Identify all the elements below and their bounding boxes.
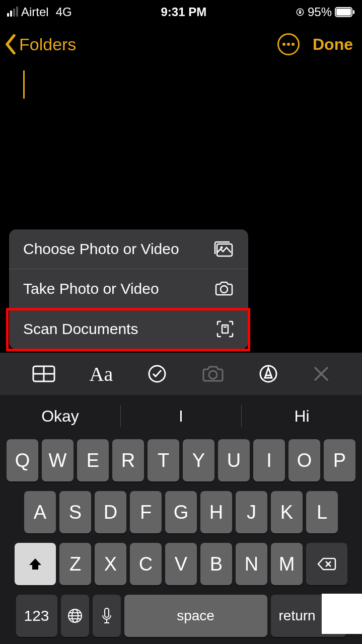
key-numeric[interactable]: 123 xyxy=(16,595,57,637)
key-k[interactable]: K xyxy=(271,491,303,533)
more-button[interactable] xyxy=(277,33,300,55)
choose-photo-label: Choose Photo or Video xyxy=(23,240,179,258)
key-l[interactable]: L xyxy=(306,491,338,533)
battery-percent: 95% xyxy=(308,5,332,19)
key-p[interactable]: P xyxy=(324,439,355,481)
note-editor[interactable] xyxy=(0,61,362,108)
choose-photo-item[interactable]: Choose Photo or Video xyxy=(9,229,248,269)
take-photo-label: Take Photo or Video xyxy=(23,280,159,297)
key-row-4: 123 space return xyxy=(3,595,359,637)
key-v[interactable]: V xyxy=(165,543,197,585)
clock: 9:31 PM xyxy=(161,5,206,19)
key-c[interactable]: C xyxy=(130,543,162,585)
network-label: 4G xyxy=(56,5,72,19)
key-z[interactable]: Z xyxy=(59,543,91,585)
key-d[interactable]: D xyxy=(95,491,126,533)
close-toolbar-button[interactable] xyxy=(313,365,330,382)
camera-icon xyxy=(214,281,234,297)
signal-icon xyxy=(7,8,18,17)
chevron-left-icon xyxy=(4,34,17,54)
take-photo-item[interactable]: Take Photo or Video xyxy=(9,269,248,309)
key-q[interactable]: Q xyxy=(7,439,38,481)
key-row-2: A S D F G H J K L xyxy=(3,491,359,533)
key-t[interactable]: T xyxy=(148,439,179,481)
notes-format-toolbar: Aa xyxy=(0,353,362,395)
nav-header: Folders Done xyxy=(0,22,362,61)
suggestion-row: Okay I Hi xyxy=(0,395,362,437)
text-cursor xyxy=(23,70,25,99)
key-shift[interactable] xyxy=(15,543,56,585)
key-r[interactable]: R xyxy=(112,439,144,481)
key-s[interactable]: S xyxy=(59,491,91,533)
done-button[interactable]: Done xyxy=(313,35,353,54)
mic-icon xyxy=(101,607,113,624)
svg-point-9 xyxy=(221,247,223,249)
markup-button[interactable] xyxy=(258,364,278,384)
status-bar: Airtel 4G 9:31 PM 95% xyxy=(0,0,362,22)
key-m[interactable]: M xyxy=(271,543,303,585)
overlay-artifact xyxy=(322,594,362,634)
back-button[interactable]: Folders xyxy=(4,34,76,54)
key-h[interactable]: H xyxy=(200,491,232,533)
globe-icon xyxy=(67,608,83,624)
return-label: return xyxy=(279,608,316,624)
svg-rect-3 xyxy=(336,9,351,16)
ellipsis-icon xyxy=(282,42,295,46)
key-b[interactable]: B xyxy=(200,543,232,585)
carrier-label: Airtel xyxy=(21,5,49,19)
key-n[interactable]: N xyxy=(236,543,267,585)
svg-rect-29 xyxy=(105,608,109,617)
camera-toolbar-button[interactable] xyxy=(201,365,225,383)
lock-icon xyxy=(296,8,305,17)
key-x[interactable]: X xyxy=(95,543,126,585)
svg-rect-11 xyxy=(222,325,228,333)
key-o[interactable]: O xyxy=(288,439,320,481)
text-format-button[interactable]: Aa xyxy=(90,362,113,386)
battery-icon xyxy=(335,7,355,17)
svg-point-10 xyxy=(221,286,228,293)
table-button[interactable] xyxy=(32,365,55,382)
key-u[interactable]: U xyxy=(218,439,250,481)
camera-action-sheet: Choose Photo or Video Take Photo or Vide… xyxy=(9,229,248,349)
photo-library-icon xyxy=(213,240,234,258)
svg-point-6 xyxy=(287,43,290,46)
scan-documents-label: Scan Documents xyxy=(23,320,138,338)
svg-rect-4 xyxy=(353,10,354,14)
suggestion-3[interactable]: Hi xyxy=(242,407,362,426)
scan-icon xyxy=(216,320,234,338)
checklist-button[interactable] xyxy=(147,364,167,384)
key-row-3: Z X C V B N M xyxy=(3,543,359,585)
key-mic[interactable] xyxy=(93,595,121,637)
key-g[interactable]: G xyxy=(165,491,197,533)
svg-rect-1 xyxy=(299,12,302,14)
key-j[interactable]: J xyxy=(236,491,267,533)
key-f[interactable]: F xyxy=(130,491,162,533)
suggestion-2[interactable]: I xyxy=(121,407,241,426)
key-space[interactable]: space xyxy=(124,595,267,637)
key-w[interactable]: W xyxy=(42,439,74,481)
key-backspace[interactable] xyxy=(306,543,347,585)
key-i[interactable]: I xyxy=(253,439,285,481)
scan-documents-item[interactable]: Scan Documents xyxy=(9,309,248,349)
svg-point-7 xyxy=(292,43,295,46)
back-label: Folders xyxy=(19,35,76,54)
key-globe[interactable] xyxy=(61,595,89,637)
svg-point-17 xyxy=(209,371,217,379)
suggestion-1[interactable]: Okay xyxy=(0,407,120,426)
backspace-icon xyxy=(317,557,336,571)
svg-point-5 xyxy=(282,43,285,46)
keyboard: Okay I Hi Q W E R T Y U I O P A S D F G … xyxy=(0,395,362,644)
key-e[interactable]: E xyxy=(77,439,109,481)
shift-icon xyxy=(28,556,43,572)
key-a[interactable]: A xyxy=(24,491,56,533)
key-row-1: Q W E R T Y U I O P xyxy=(3,439,359,481)
key-y[interactable]: Y xyxy=(183,439,214,481)
